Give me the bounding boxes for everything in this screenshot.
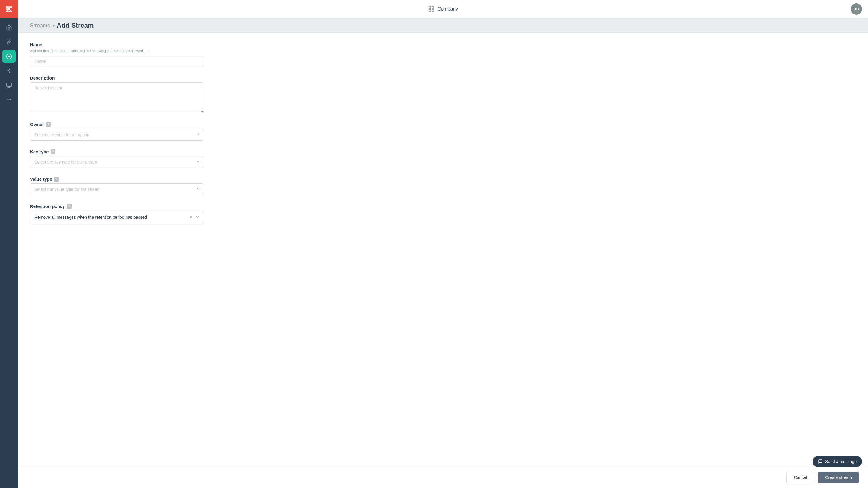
breadcrumb-current: Add Stream bbox=[57, 22, 94, 29]
svg-rect-23 bbox=[432, 9, 434, 11]
value-type-select[interactable]: Select the value type for the stream bbox=[30, 183, 204, 195]
owner-field-group: Owner ? Select or search for an option bbox=[30, 122, 204, 141]
header-title: Company bbox=[428, 6, 458, 12]
svg-rect-21 bbox=[432, 6, 434, 8]
retention-policy-clear-button[interactable]: × bbox=[188, 214, 193, 220]
retention-policy-chevron-icon bbox=[195, 215, 199, 220]
cancel-button[interactable]: Cancel bbox=[786, 472, 815, 483]
retention-policy-value: Remove all messages when the retention p… bbox=[34, 215, 187, 220]
key-type-select-wrapper: Select the key type for the stream bbox=[30, 156, 204, 168]
key-type-select[interactable]: Select the key type for the stream bbox=[30, 156, 204, 168]
sidebar-item-home[interactable] bbox=[2, 21, 16, 34]
svg-rect-22 bbox=[429, 9, 431, 11]
owner-label: Owner ? bbox=[30, 122, 204, 127]
value-type-field-group: Value type ? Select the value type for t… bbox=[30, 176, 204, 195]
main-content: Company DO Streams › Add Stream Name Alp… bbox=[18, 0, 868, 488]
svg-line-12 bbox=[9, 70, 9, 71]
svg-line-13 bbox=[9, 71, 9, 72]
name-label: Name bbox=[30, 42, 204, 47]
retention-policy-label: Retention policy ? bbox=[30, 204, 204, 209]
name-field-group: Name Alphabetical characters, digits and… bbox=[30, 42, 204, 67]
retention-policy-field-group: Retention policy ? Remove all messages w… bbox=[30, 204, 204, 224]
form-content: Name Alphabetical characters, digits and… bbox=[18, 33, 868, 488]
svg-point-17 bbox=[7, 99, 7, 100]
header: Company DO bbox=[18, 0, 868, 18]
name-input[interactable] bbox=[30, 56, 204, 67]
company-name: Company bbox=[438, 6, 458, 12]
key-type-field-group: Key type ? Select the key type for the s… bbox=[30, 149, 204, 168]
form-footer: Cancel Create stream bbox=[18, 467, 868, 488]
value-type-info-icon[interactable]: ? bbox=[54, 177, 59, 181]
svg-point-19 bbox=[10, 99, 11, 100]
description-label: Description bbox=[30, 75, 204, 80]
send-message-button[interactable]: Send a message bbox=[812, 456, 862, 467]
sidebar-nav bbox=[2, 18, 16, 488]
sidebar-logo[interactable] bbox=[0, 0, 18, 18]
breadcrumb-separator: › bbox=[53, 23, 54, 29]
user-avatar[interactable]: DO bbox=[850, 3, 862, 15]
grid-icon bbox=[428, 6, 435, 12]
svg-point-18 bbox=[9, 99, 9, 100]
owner-info-icon[interactable]: ? bbox=[46, 122, 51, 127]
description-input[interactable] bbox=[30, 82, 204, 112]
owner-select[interactable]: Select or search for an option bbox=[30, 129, 204, 141]
create-stream-button[interactable]: Create stream bbox=[818, 472, 859, 483]
sidebar-item-more[interactable] bbox=[2, 93, 16, 106]
breadcrumb: Streams › Add Stream bbox=[18, 18, 868, 33]
svg-point-7 bbox=[7, 54, 12, 59]
name-hint: Alphabetical characters, digits and the … bbox=[30, 49, 204, 53]
retention-policy-select[interactable]: Remove all messages when the retention p… bbox=[30, 211, 204, 224]
sidebar-item-connections[interactable] bbox=[2, 64, 16, 78]
chat-icon bbox=[818, 459, 823, 464]
add-stream-form: Name Alphabetical characters, digits and… bbox=[30, 42, 204, 224]
description-field-group: Description bbox=[30, 75, 204, 113]
svg-point-8 bbox=[8, 56, 9, 57]
value-type-select-wrapper: Select the value type for the stream bbox=[30, 183, 204, 195]
key-type-label: Key type ? bbox=[30, 149, 204, 154]
key-type-info-icon[interactable]: ? bbox=[51, 149, 56, 154]
send-message-label: Send a message bbox=[825, 459, 857, 464]
sidebar-item-arrows[interactable] bbox=[2, 35, 16, 49]
sidebar bbox=[0, 0, 18, 488]
value-type-label: Value type ? bbox=[30, 176, 204, 181]
breadcrumb-parent[interactable]: Streams bbox=[30, 23, 50, 29]
sidebar-item-streams[interactable] bbox=[2, 50, 16, 63]
sidebar-item-storage[interactable] bbox=[2, 79, 16, 92]
retention-policy-info-icon[interactable]: ? bbox=[67, 204, 72, 209]
svg-rect-20 bbox=[429, 6, 431, 8]
svg-rect-14 bbox=[7, 83, 12, 87]
owner-select-wrapper: Select or search for an option bbox=[30, 129, 204, 141]
